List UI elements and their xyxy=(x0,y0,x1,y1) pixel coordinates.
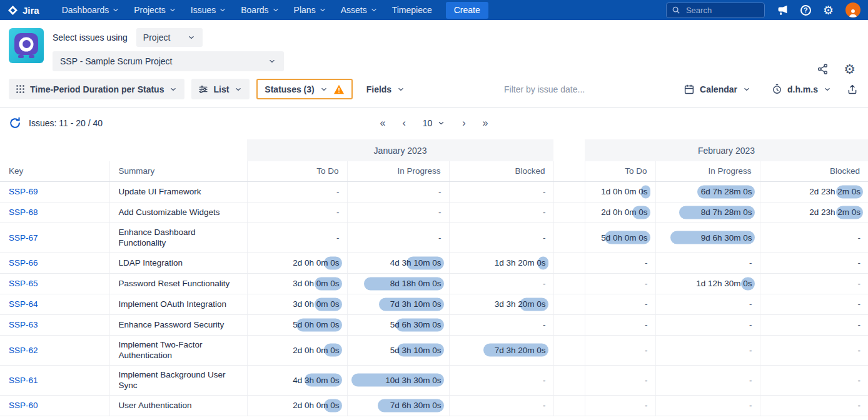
share-button[interactable] xyxy=(817,63,829,75)
duration-cell: 9d 6h 30m 0s xyxy=(655,222,760,252)
key-column-header: Key xyxy=(0,161,109,181)
duration-cell: - xyxy=(585,294,655,314)
nav-item-boards[interactable]: Boards xyxy=(241,5,280,15)
first-page-button[interactable]: « xyxy=(380,118,385,128)
duration-format-button[interactable]: d.h.m.s xyxy=(765,79,839,99)
duration-value: 2d 0h 0m 0s xyxy=(601,208,647,217)
duration-value: - xyxy=(645,401,648,410)
month-gap xyxy=(553,181,585,202)
table-row: SSP-65Password Reset Functionality3d 0h … xyxy=(0,273,868,294)
report-settings-button[interactable] xyxy=(844,62,855,76)
report-type-button[interactable]: Time-Period Duration per Status xyxy=(9,79,184,99)
help-button[interactable]: ? xyxy=(800,5,811,16)
page-size-value: 10 xyxy=(423,118,433,128)
calendar-icon xyxy=(684,84,695,95)
duration-table: January 2023 February 2023 Key Summary T… xyxy=(0,139,868,416)
issue-key-link[interactable]: SSP-69 xyxy=(9,187,38,196)
chevron-down-icon xyxy=(268,57,276,66)
timepiece-camera-icon xyxy=(14,33,38,55)
duration-value: - xyxy=(749,401,752,410)
issue-key-link[interactable]: SSP-66 xyxy=(9,258,38,268)
duration-value: 1d 3h 20m 0s xyxy=(495,258,546,268)
prev-page-button[interactable]: ‹ xyxy=(402,118,405,128)
nav-item-assets[interactable]: Assets xyxy=(341,5,378,15)
fields-button[interactable]: Fields xyxy=(360,79,412,99)
issue-key-link[interactable]: SSP-60 xyxy=(9,401,38,410)
duration-value: - xyxy=(645,346,648,355)
search-input[interactable] xyxy=(685,5,759,16)
chevron-down-icon xyxy=(742,85,751,94)
duration-cell: 4d 3h 10m 0s xyxy=(347,252,449,273)
duration-value: - xyxy=(438,233,442,242)
refresh-button[interactable] xyxy=(9,117,21,129)
statuses-label: Statuses (3) xyxy=(265,84,314,94)
duration-cell: - xyxy=(585,273,655,294)
duration-cell: - xyxy=(655,335,760,365)
project-dropdown[interactable]: SSP - Sample Scrum Project xyxy=(53,51,284,71)
statuses-filter-button[interactable]: Statuses (3) xyxy=(256,79,352,99)
issue-key-cell: SSP-64 xyxy=(0,294,109,314)
nav-item-plans[interactable]: Plans xyxy=(294,5,327,15)
duration-value: 5d 6h 30m 0s xyxy=(390,320,442,329)
duration-value: - xyxy=(858,279,861,288)
duration-cell: - xyxy=(247,202,347,222)
issue-key-link[interactable]: SSP-67 xyxy=(9,233,38,242)
issue-key-link[interactable]: SSP-63 xyxy=(9,320,38,329)
month-gap xyxy=(553,161,585,181)
issues-table-body: SSP-69Update UI Framework---1d 0h 0m 0s6… xyxy=(0,181,868,416)
select-issues-label: Select issues using xyxy=(53,32,128,42)
duration-cell: - xyxy=(760,294,868,314)
view-mode-button[interactable]: List xyxy=(191,79,250,99)
issues-range-label: Issues: 11 - 20 / 40 xyxy=(29,118,103,128)
table-row: SSP-68Add Customizable Widgets---2d 0h 0… xyxy=(0,202,868,222)
issue-key-cell: SSP-67 xyxy=(0,222,109,252)
duration-value: - xyxy=(749,346,752,355)
calendar-label: Calendar xyxy=(700,84,737,94)
issue-source-dropdown[interactable]: Project xyxy=(136,28,203,47)
duration-value: - xyxy=(543,376,546,385)
duration-value: - xyxy=(336,187,340,196)
export-button[interactable] xyxy=(845,82,859,96)
issue-date-filter-input[interactable] xyxy=(419,84,670,95)
issue-key-link[interactable]: SSP-61 xyxy=(9,376,38,385)
nav-item-issues[interactable]: Issues xyxy=(191,5,227,15)
settings-button[interactable] xyxy=(823,4,834,16)
jira-logo[interactable]: Jira xyxy=(8,5,39,16)
last-page-button[interactable]: » xyxy=(483,118,488,128)
view-mode-label: List xyxy=(213,84,229,94)
issue-key-cell: SSP-61 xyxy=(0,365,109,395)
nav-item-dashboards[interactable]: Dashboards xyxy=(62,5,121,15)
duration-value: - xyxy=(645,258,648,268)
page-size-dropdown[interactable]: 10 xyxy=(423,118,446,128)
duration-cell: - xyxy=(449,365,553,395)
issue-key-link[interactable]: SSP-65 xyxy=(9,279,38,288)
issue-key-link[interactable]: SSP-62 xyxy=(9,346,38,355)
duration-value: - xyxy=(438,187,442,196)
announcements-button[interactable] xyxy=(777,5,789,16)
duration-value: - xyxy=(858,320,861,329)
calendar-button[interactable]: Calendar xyxy=(677,79,758,99)
duration-cell: - xyxy=(760,252,868,273)
report-toolbar: Time-Period Duration per Status List Sta… xyxy=(0,78,868,108)
gear-icon xyxy=(823,4,834,16)
duration-cell: - xyxy=(585,314,655,335)
duration-value: - xyxy=(645,376,648,385)
issue-key-link[interactable]: SSP-68 xyxy=(9,208,38,217)
create-button[interactable]: Create xyxy=(446,2,488,19)
user-avatar[interactable] xyxy=(845,2,860,18)
issue-summary: Implement OAuth Integration xyxy=(109,294,247,314)
duration-value: 1d 12h 30m 0s xyxy=(696,279,752,288)
nav-item-projects[interactable]: Projects xyxy=(134,5,177,15)
duration-value: - xyxy=(749,258,752,268)
table-row: SSP-66LDAP Integration2d 0h 0m 0s4d 3h 1… xyxy=(0,252,868,273)
issue-key-link[interactable]: SSP-64 xyxy=(9,299,38,309)
global-search[interactable] xyxy=(666,2,765,18)
next-page-button[interactable]: › xyxy=(462,118,465,128)
duration-cell: - xyxy=(347,202,449,222)
issue-key-cell: SSP-66 xyxy=(0,252,109,273)
duration-cell: 7d 3h 10m 0s xyxy=(347,294,449,314)
chevron-down-icon xyxy=(271,6,280,14)
duration-cell: - xyxy=(585,335,655,365)
nav-item-timepiece[interactable]: Timepiece xyxy=(392,5,432,15)
duration-cell: - xyxy=(449,222,553,252)
